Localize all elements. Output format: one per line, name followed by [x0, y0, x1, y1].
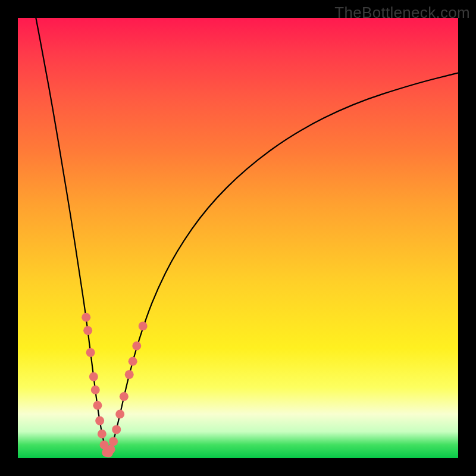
- highlight-dot: [95, 416, 104, 425]
- highlight-dot: [120, 392, 129, 401]
- highlight-dot: [109, 437, 118, 446]
- highlight-dot: [115, 410, 124, 419]
- highlight-dot: [112, 425, 121, 434]
- highlight-dot: [93, 401, 102, 410]
- highlight-dot: [89, 372, 98, 381]
- highlight-dot: [139, 322, 148, 331]
- highlight-dot: [91, 386, 100, 394]
- highlight-dot: [129, 357, 137, 366]
- chart-frame: TheBottleneck.com: [0, 0, 476, 476]
- highlight-dot: [132, 342, 141, 350]
- highlight-dot: [125, 370, 134, 379]
- highlight-dot: [82, 313, 90, 322]
- highlight-dot: [86, 348, 95, 357]
- chart-svg: [18, 18, 458, 458]
- highlight-dot: [83, 326, 92, 335]
- highlight-dot: [107, 445, 115, 454]
- highlight-dot: [98, 430, 107, 439]
- plot-area: [18, 18, 458, 458]
- curve-right-branch: [107, 73, 458, 455]
